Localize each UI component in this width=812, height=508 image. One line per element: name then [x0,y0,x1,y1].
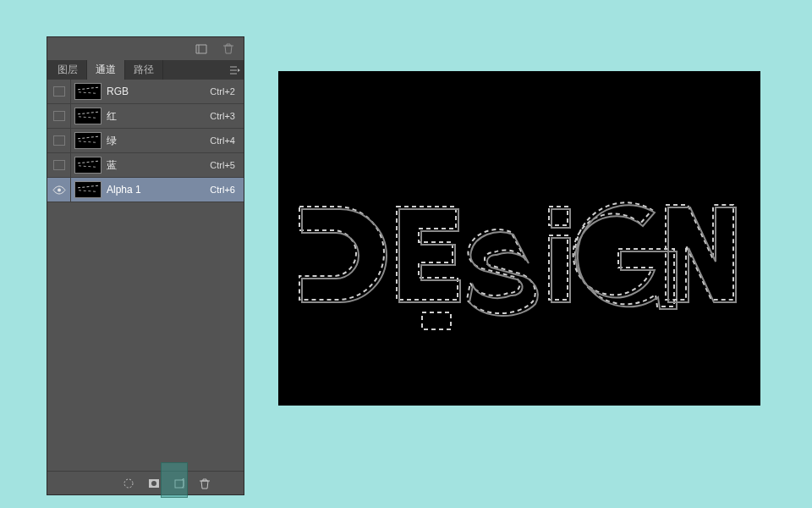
svg-point-1 [124,479,133,488]
channel-shortcut: Ctrl+6 [210,185,244,195]
document-canvas [278,71,760,406]
visibility-off-icon [53,111,65,121]
tab-layers[interactable]: 图层 [49,60,87,80]
channel-thumbnail [74,181,102,198]
visibility-toggle[interactable] [47,80,71,103]
visibility-off-icon [53,135,65,146]
channel-name: RGB [107,86,210,97]
channel-shortcut: Ctrl+3 [210,111,244,121]
channels-panel: 图层 通道 路径 RGB Ctrl+2 红 Ctrl+3 [47,36,244,495]
channel-thumbnail [74,83,102,100]
eye-icon [52,185,66,195]
artwork-design-text [278,173,760,367]
panel-footer [47,471,244,494]
visibility-toggle[interactable] [47,129,71,152]
collapse-icon[interactable] [191,40,211,58]
svg-point-0 [58,188,61,191]
channel-row-rgb[interactable]: RGB Ctrl+2 [47,80,244,103]
visibility-off-icon [53,160,65,170]
visibility-toggle[interactable] [47,104,71,128]
channel-shortcut: Ctrl+4 [210,135,244,146]
footer-highlight [162,463,187,497]
channel-name: 绿 [107,134,210,148]
channel-shortcut: Ctrl+5 [210,160,244,170]
channel-row-red[interactable]: 红 Ctrl+3 [47,104,244,128]
visibility-toggle[interactable] [47,178,71,202]
channel-row-green[interactable]: 绿 Ctrl+4 [47,129,244,152]
svg-rect-9 [422,312,451,329]
panel-tabs: 图层 通道 路径 [47,60,244,80]
panel-flyout-menu-icon[interactable] [227,60,244,80]
channel-name: Alpha 1 [107,184,210,196]
channel-thumbnail [74,157,102,174]
channel-name: 蓝 [107,158,210,173]
panel-empty-area [47,202,244,471]
visibility-off-icon [53,86,65,97]
channel-thumbnail [74,132,102,149]
channel-row-alpha1[interactable]: Alpha 1 Ctrl+6 [47,178,244,202]
channel-thumbnail [74,108,102,124]
channel-name: 红 [107,109,210,124]
panel-topbar [47,37,244,60]
tab-channels[interactable]: 通道 [87,60,125,80]
channel-row-blue[interactable]: 蓝 Ctrl+5 [47,153,244,177]
tab-paths[interactable]: 路径 [125,60,163,80]
svg-point-3 [151,481,156,486]
channel-shortcut: Ctrl+2 [210,86,244,97]
load-selection-icon[interactable] [117,473,140,494]
visibility-toggle[interactable] [47,153,71,177]
delete-channel-icon[interactable] [193,473,217,494]
trash-icon[interactable] [218,40,239,58]
channel-list: RGB Ctrl+2 红 Ctrl+3 绿 Ctrl+4 [47,80,244,202]
